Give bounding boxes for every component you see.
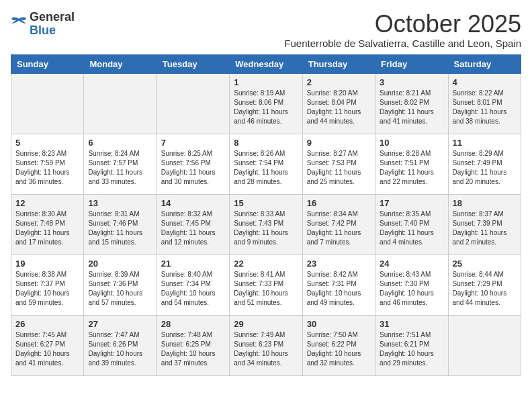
- table-row: 13Sunrise: 8:31 AM Sunset: 7:46 PM Dayli…: [84, 194, 157, 255]
- day-number: 24: [380, 259, 443, 269]
- day-info: Sunrise: 8:38 AM Sunset: 7:37 PM Dayligh…: [15, 270, 79, 308]
- table-row: 5Sunrise: 8:23 AM Sunset: 7:59 PM Daylig…: [11, 134, 84, 194]
- day-number: 21: [161, 259, 225, 269]
- day-number: 6: [88, 138, 152, 148]
- day-info: Sunrise: 8:41 AM Sunset: 7:33 PM Dayligh…: [234, 270, 298, 308]
- table-row: 24Sunrise: 8:43 AM Sunset: 7:30 PM Dayli…: [375, 255, 448, 315]
- table-row: [84, 73, 157, 134]
- day-info: Sunrise: 8:42 AM Sunset: 7:31 PM Dayligh…: [307, 270, 371, 308]
- day-number: 3: [380, 77, 443, 87]
- logo-bird-icon: [11, 16, 27, 30]
- day-number: 28: [161, 319, 225, 329]
- logo-blue: Blue: [30, 24, 75, 38]
- day-info: Sunrise: 8:21 AM Sunset: 8:02 PM Dayligh…: [380, 89, 443, 126]
- day-number: 29: [234, 319, 298, 329]
- table-row: 19Sunrise: 8:38 AM Sunset: 7:37 PM Dayli…: [11, 255, 84, 315]
- col-wednesday: Wednesday: [230, 54, 302, 73]
- table-row: 25Sunrise: 8:44 AM Sunset: 7:29 PM Dayli…: [448, 255, 521, 315]
- day-number: 4: [453, 77, 517, 87]
- day-number: 5: [15, 138, 79, 148]
- day-number: 20: [88, 259, 152, 269]
- day-number: 19: [15, 259, 79, 269]
- table-row: 1Sunrise: 8:19 AM Sunset: 8:06 PM Daylig…: [230, 73, 302, 134]
- day-number: 31: [380, 319, 443, 329]
- table-row: 12Sunrise: 8:30 AM Sunset: 7:48 PM Dayli…: [11, 194, 84, 255]
- table-row: 6Sunrise: 8:24 AM Sunset: 7:57 PM Daylig…: [84, 134, 157, 194]
- table-row: 31Sunrise: 7:51 AM Sunset: 6:21 PM Dayli…: [375, 315, 448, 375]
- table-row: 9Sunrise: 8:27 AM Sunset: 7:53 PM Daylig…: [302, 134, 375, 194]
- day-number: 13: [88, 198, 152, 208]
- day-number: 18: [453, 198, 517, 208]
- calendar-week-row: 19Sunrise: 8:38 AM Sunset: 7:37 PM Dayli…: [11, 255, 521, 315]
- day-number: 26: [15, 319, 79, 329]
- day-info: Sunrise: 8:39 AM Sunset: 7:36 PM Dayligh…: [88, 270, 152, 308]
- day-number: 22: [234, 259, 298, 269]
- table-row: 8Sunrise: 8:26 AM Sunset: 7:54 PM Daylig…: [230, 134, 302, 194]
- col-monday: Monday: [84, 54, 157, 73]
- day-number: 11: [453, 138, 517, 148]
- day-info: Sunrise: 8:23 AM Sunset: 7:59 PM Dayligh…: [15, 149, 79, 187]
- day-info: Sunrise: 8:19 AM Sunset: 8:06 PM Dayligh…: [234, 89, 298, 126]
- table-row: 2Sunrise: 8:20 AM Sunset: 8:04 PM Daylig…: [302, 73, 375, 134]
- day-number: 9: [307, 138, 371, 148]
- table-row: 20Sunrise: 8:39 AM Sunset: 7:36 PM Dayli…: [84, 255, 157, 315]
- day-number: 2: [307, 77, 371, 87]
- day-info: Sunrise: 8:25 AM Sunset: 7:56 PM Dayligh…: [161, 149, 225, 187]
- table-row: 30Sunrise: 7:50 AM Sunset: 6:22 PM Dayli…: [302, 315, 375, 375]
- table-row: 28Sunrise: 7:48 AM Sunset: 6:25 PM Dayli…: [157, 315, 229, 375]
- day-info: Sunrise: 7:48 AM Sunset: 6:25 PM Dayligh…: [161, 330, 225, 368]
- calendar-header-row: Sunday Monday Tuesday Wednesday Thursday…: [11, 54, 521, 73]
- col-friday: Friday: [375, 54, 448, 73]
- calendar-table: Sunday Monday Tuesday Wednesday Thursday…: [11, 54, 521, 376]
- table-row: 22Sunrise: 8:41 AM Sunset: 7:33 PM Dayli…: [230, 255, 302, 315]
- day-info: Sunrise: 8:29 AM Sunset: 7:49 PM Dayligh…: [453, 149, 517, 187]
- day-number: 10: [380, 138, 443, 148]
- table-row: 23Sunrise: 8:42 AM Sunset: 7:31 PM Dayli…: [302, 255, 375, 315]
- day-info: Sunrise: 8:35 AM Sunset: 7:40 PM Dayligh…: [380, 210, 443, 247]
- table-row: 11Sunrise: 8:29 AM Sunset: 7:49 PM Dayli…: [448, 134, 521, 194]
- day-number: 15: [234, 198, 298, 208]
- day-info: Sunrise: 8:27 AM Sunset: 7:53 PM Dayligh…: [307, 149, 371, 187]
- day-info: Sunrise: 8:37 AM Sunset: 7:39 PM Dayligh…: [453, 210, 517, 247]
- logo-general: General: [30, 11, 75, 24]
- day-info: Sunrise: 8:34 AM Sunset: 7:42 PM Dayligh…: [307, 210, 371, 247]
- day-info: Sunrise: 8:44 AM Sunset: 7:29 PM Dayligh…: [453, 270, 517, 308]
- day-number: 25: [453, 259, 517, 269]
- page-header: General Blue October 2025 Fuenterroble d…: [11, 11, 521, 49]
- day-info: Sunrise: 7:47 AM Sunset: 6:26 PM Dayligh…: [88, 330, 152, 368]
- day-number: 7: [161, 138, 225, 148]
- table-row: [11, 73, 84, 134]
- calendar-week-row: 1Sunrise: 8:19 AM Sunset: 8:06 PM Daylig…: [11, 73, 521, 134]
- table-row: 29Sunrise: 7:49 AM Sunset: 6:23 PM Dayli…: [230, 315, 302, 375]
- table-row: 27Sunrise: 7:47 AM Sunset: 6:26 PM Dayli…: [84, 315, 157, 375]
- calendar-week-row: 5Sunrise: 8:23 AM Sunset: 7:59 PM Daylig…: [11, 134, 521, 194]
- day-info: Sunrise: 7:50 AM Sunset: 6:22 PM Dayligh…: [307, 330, 371, 368]
- day-info: Sunrise: 8:26 AM Sunset: 7:54 PM Dayligh…: [234, 149, 298, 187]
- day-number: 12: [15, 198, 79, 208]
- table-row: 18Sunrise: 8:37 AM Sunset: 7:39 PM Dayli…: [448, 194, 521, 255]
- day-info: Sunrise: 8:40 AM Sunset: 7:34 PM Dayligh…: [161, 270, 225, 308]
- day-info: Sunrise: 7:49 AM Sunset: 6:23 PM Dayligh…: [234, 330, 298, 368]
- col-sunday: Sunday: [11, 54, 84, 73]
- table-row: 26Sunrise: 7:45 AM Sunset: 6:27 PM Dayli…: [11, 315, 84, 375]
- day-info: Sunrise: 8:24 AM Sunset: 7:57 PM Dayligh…: [88, 149, 152, 187]
- day-number: 30: [307, 319, 371, 329]
- table-row: 3Sunrise: 8:21 AM Sunset: 8:02 PM Daylig…: [375, 73, 448, 134]
- table-row: 16Sunrise: 8:34 AM Sunset: 7:42 PM Dayli…: [302, 194, 375, 255]
- table-row: [157, 73, 229, 134]
- day-info: Sunrise: 8:28 AM Sunset: 7:51 PM Dayligh…: [380, 149, 443, 187]
- location-subtitle: Fuenterroble de Salvatierra, Castille an…: [284, 38, 521, 49]
- day-number: 8: [234, 138, 298, 148]
- col-tuesday: Tuesday: [157, 54, 229, 73]
- day-number: 16: [307, 198, 371, 208]
- col-thursday: Thursday: [302, 54, 375, 73]
- table-row: 10Sunrise: 8:28 AM Sunset: 7:51 PM Dayli…: [375, 134, 448, 194]
- table-row: 7Sunrise: 8:25 AM Sunset: 7:56 PM Daylig…: [157, 134, 229, 194]
- table-row: 14Sunrise: 8:32 AM Sunset: 7:45 PM Dayli…: [157, 194, 229, 255]
- day-number: 14: [161, 198, 225, 208]
- title-block: October 2025 Fuenterroble de Salvatierra…: [284, 11, 521, 49]
- table-row: 21Sunrise: 8:40 AM Sunset: 7:34 PM Dayli…: [157, 255, 229, 315]
- table-row: 15Sunrise: 8:33 AM Sunset: 7:43 PM Dayli…: [230, 194, 302, 255]
- day-info: Sunrise: 7:51 AM Sunset: 6:21 PM Dayligh…: [380, 330, 443, 368]
- col-saturday: Saturday: [448, 54, 521, 73]
